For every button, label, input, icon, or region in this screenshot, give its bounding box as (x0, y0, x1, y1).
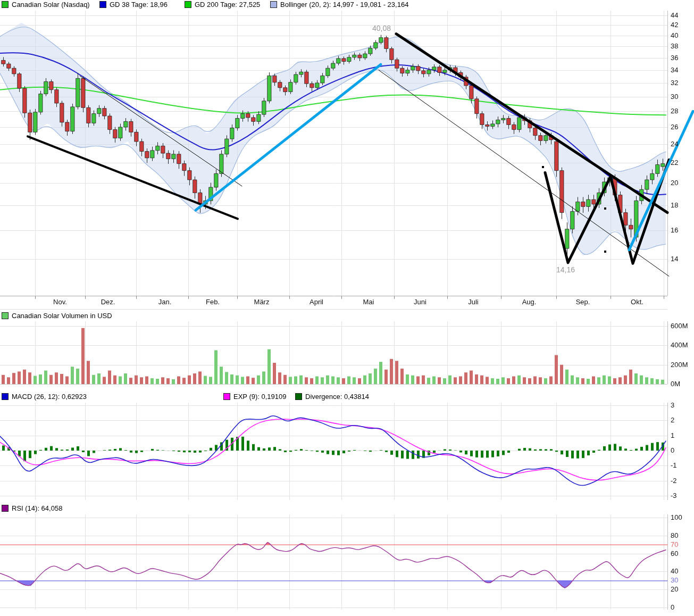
series-label: RSI (14): 64,058 (12, 504, 62, 512)
rsi-axis-tick: 40 (671, 567, 678, 576)
x-axis-month-label: Mai (350, 298, 387, 306)
price-axis-tick: 24 (671, 140, 678, 148)
series-label: Canadian Solar (Nasdaq) (12, 1, 90, 9)
macd-axis-tick: -1 (671, 461, 677, 470)
price-axis-tick: 28 (671, 107, 678, 115)
price-axis-tick: 40 (671, 31, 678, 40)
series-label: EXP (9): 0,19109 (233, 393, 287, 401)
macd-axis-tick: 1 (671, 431, 674, 440)
series-swatch-icon (2, 1, 9, 8)
series-label: GD 38 Tage: 18,96 (110, 1, 168, 9)
volume-axis-tick: 0M (671, 380, 680, 388)
x-axis-month-label: Dez. (89, 298, 127, 306)
x-axis-month-label: März (243, 298, 280, 306)
price-axis-tick: 44 (671, 11, 678, 20)
rsi-axis-tick: 70 (671, 540, 678, 549)
volume-axis-tick: 600M (671, 322, 688, 330)
price-axis-tick: 20 (671, 179, 678, 187)
x-axis-month-label: Jan. (146, 298, 183, 306)
series-swatch-icon (2, 393, 9, 400)
rsi-axis-tick: 60 (671, 550, 678, 558)
macd-axis-tick: 2 (671, 416, 674, 424)
series-label: Divergence: 0,43814 (305, 393, 369, 401)
x-axis-month-label: Feb. (194, 298, 231, 306)
rsi-axis-tick: 0 (671, 603, 674, 612)
legend-item: Divergence: 0,43814 (295, 393, 369, 401)
x-axis-month-label: Sep. (564, 298, 601, 306)
price-axis-tick: 30 (671, 93, 678, 101)
rsi-axis-tick: 100 (671, 513, 682, 522)
series-label: GD 200 Tage: 27,525 (195, 1, 260, 9)
series-swatch-icon (185, 1, 191, 8)
legend-item: Canadian Solar Volumen in USD (2, 312, 112, 320)
series-swatch-icon (223, 393, 230, 400)
series-label: Canadian Solar Volumen in USD (12, 312, 112, 320)
volume-axis-tick: 400M (671, 341, 688, 349)
price-axis-tick: 22 (671, 159, 678, 167)
price-axis-tick: 32 (671, 79, 678, 87)
series-label: MACD (26, 12): 0,62923 (12, 393, 87, 401)
series-swatch-icon (2, 312, 9, 319)
series-label: Bollinger (20, 2): 14,997 - 19,081 - 23,… (280, 1, 408, 9)
series-swatch-icon (270, 1, 277, 8)
volume-axis-tick: 200M (671, 361, 688, 369)
legend-item: EXP (9): 0,19109 (223, 393, 287, 401)
price-axis-tick: 26 (671, 123, 678, 131)
rsi-axis-tick: 20 (671, 585, 678, 594)
chart-canvas (0, 0, 694, 616)
x-axis-month-label: Aug. (511, 298, 548, 306)
rsi-axis-tick: 80 (671, 531, 678, 540)
macd-axis-tick: 0 (671, 446, 674, 455)
series-swatch-icon (295, 393, 302, 400)
x-axis-month-label: Nov. (41, 298, 79, 306)
price-axis-tick: 36 (671, 54, 678, 62)
rsi-axis-tick: 30 (671, 576, 678, 585)
price-axis-tick: 14 (671, 255, 678, 263)
stock-chart-page: Canadian Solar (Nasdaq) GD 38 Tage: 18,9… (0, 0, 694, 616)
price-low-annotation: 14,16 (556, 265, 575, 274)
price-axis-tick: 16 (671, 226, 678, 235)
series-swatch-icon (2, 505, 9, 512)
series-swatch-icon (99, 1, 106, 8)
price-axis-tick: 42 (671, 21, 678, 29)
legend-item: GD 38 Tage: 18,96 (99, 1, 168, 9)
x-axis-month-label: April (298, 298, 335, 306)
price-axis-tick: 38 (671, 42, 678, 51)
price-high-annotation: 40,08 (372, 24, 391, 32)
legend-item: RSI (14): 64,058 (2, 504, 62, 512)
legend-item: MACD (26, 12): 0,62923 (2, 393, 87, 401)
macd-axis-tick: -2 (671, 477, 677, 485)
legend-item: Bollinger (20, 2): 14,997 - 19,081 - 23,… (270, 1, 408, 9)
macd-axis-tick: -3 (671, 492, 677, 500)
price-axis-tick: 18 (671, 201, 678, 210)
legend-item: Canadian Solar (Nasdaq) (2, 1, 90, 9)
price-axis-tick: 34 (671, 66, 678, 74)
x-axis-month-label: Okt. (618, 298, 656, 306)
x-axis-month-label: Juni (402, 298, 439, 306)
macd-axis-tick: 3 (671, 401, 674, 410)
x-axis-month-label: Juli (455, 298, 492, 306)
legend-item: GD 200 Tage: 27,525 (185, 1, 260, 9)
